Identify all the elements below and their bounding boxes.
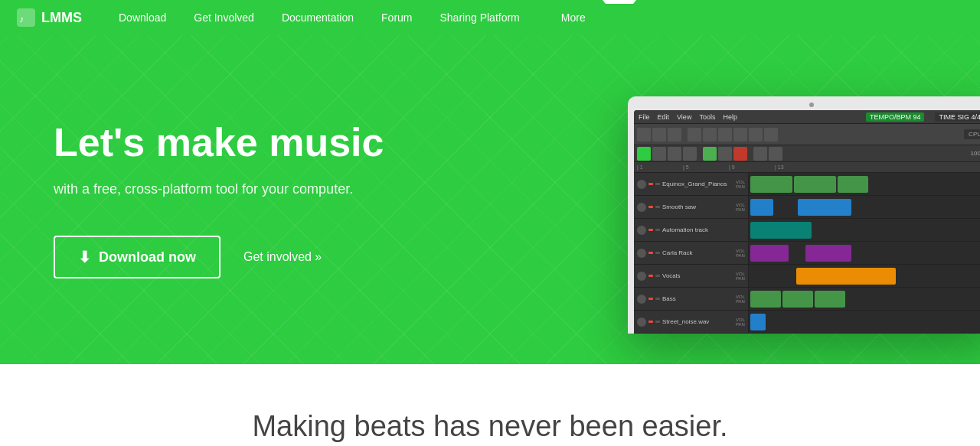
tb-undo[interactable] [718,128,732,142]
app-screenshot: File Edit View Tools Help TEMPO/BPM 94 T… [628,96,980,334]
track-block [838,176,868,193]
nav-link-download[interactable]: Download [105,0,180,35]
hero-section: Let's make music with a free, cross-plat… [0,35,980,364]
track-mute[interactable] [648,206,653,208]
nav-link-documentation[interactable]: Documentation [268,0,368,35]
nav-link-get-involved[interactable]: Get Involved [180,0,268,35]
timesig-display: TIME SIG 4/4 [935,112,980,122]
menu-tools[interactable]: Tools [699,113,715,121]
menu-edit[interactable]: Edit [658,113,670,121]
track-block [750,199,773,216]
track-row: Automation track VOLPAN [634,219,980,242]
tb-song-editor[interactable] [637,147,651,161]
track-block [750,245,789,262]
tb-open[interactable] [652,128,666,142]
cpu-display: CPU [964,129,980,139]
track-block [794,176,836,193]
track-controls-5: Vocals VOLPAN [634,265,749,287]
download-now-button[interactable]: ⬇ Download now [54,236,220,278]
track-gear-icon[interactable] [637,249,646,258]
track-block [798,199,851,216]
menu-view[interactable]: View [677,113,691,121]
track-solo[interactable] [655,275,660,277]
camera-dot [809,103,814,107]
nav-links: Download Get Involved Documentation Foru… [105,0,650,35]
tb-record[interactable] [733,147,747,161]
track-controls-2: Smooth saw VOLPAN [634,196,749,218]
track-timeline-1[interactable] [749,173,980,195]
track-mute[interactable] [648,321,653,323]
track-block [750,314,766,330]
tb-rewind[interactable] [753,147,767,161]
tb-export[interactable] [749,128,763,142]
tb-effects[interactable] [683,147,697,161]
chevron-down-icon [603,0,636,35]
track-timeline-4[interactable] [749,242,980,264]
download-arrow-icon: ⬇ [78,248,91,266]
track-gear-icon[interactable] [637,317,646,327]
track-row: Street_noise.wav VOLPAN [634,311,980,334]
hero-content: Let's make music with a free, cross-plat… [0,75,539,324]
svg-text:♪: ♪ [19,14,24,24]
nav-link-forum[interactable]: Forum [368,0,426,35]
track-row: Bass VOLPAN [634,288,980,311]
track-solo[interactable] [655,229,660,231]
hero-subtitle: with a free, cross-platform tool for you… [54,181,493,197]
track-solo[interactable] [655,183,660,185]
nav-link-more[interactable]: More [534,0,650,35]
track-block [815,291,845,308]
get-involved-link[interactable]: Get involved » [243,250,322,264]
zoom-display: 100% [971,150,980,157]
track-timeline-7[interactable] [749,311,980,333]
laptop-frame: File Edit View Tools Help TEMPO/BPM 94 T… [628,96,980,334]
track-mute[interactable] [648,275,653,277]
app-toolbar2: 100% [634,145,980,162]
track-controls-3: Automation track VOLPAN [634,219,749,241]
track-gear-icon[interactable] [637,226,646,235]
track-timeline-3[interactable] [749,219,980,241]
menu-file[interactable]: File [639,113,650,121]
logo-text: LMMS [41,10,82,26]
track-timeline-2[interactable] [749,196,980,218]
app-menubar: File Edit View Tools Help TEMPO/BPM 94 T… [634,110,980,124]
tb-beat-editor[interactable] [652,147,666,161]
tb-piano-roll[interactable] [668,147,681,161]
tb-settings[interactable] [764,128,778,142]
tb-zoom-in[interactable] [688,128,701,142]
logo[interactable]: ♪ LMMS [15,7,82,28]
tb-redo[interactable] [733,128,747,142]
track-gear-icon[interactable] [637,295,646,304]
track-mute[interactable] [648,252,653,254]
track-timeline-5[interactable] [749,265,980,287]
track-solo[interactable] [655,252,660,254]
hero-title: Let's make music [54,121,493,164]
track-gear-icon[interactable] [637,272,646,281]
tb-stop[interactable] [718,147,732,161]
track-solo[interactable] [655,206,660,208]
track-mute[interactable] [648,183,653,185]
track-mute[interactable] [648,229,653,231]
track-mute[interactable] [648,298,653,300]
track-solo[interactable] [655,321,660,323]
app-toolbar: CPU [634,124,980,145]
tb-save[interactable] [668,128,681,142]
tb-loop[interactable] [769,147,782,161]
timeline-ruler: | 1 | 5 | 9 | 13 [634,162,980,173]
tb-new[interactable] [637,128,651,142]
track-block [796,268,896,285]
app-mockup: File Edit View Tools Help TEMPO/BPM 94 T… [634,110,980,334]
track-row: Equinox_Grand_Pianos VOLPAN [634,173,980,196]
tb-zoom-out[interactable] [703,128,717,142]
track-gear-icon[interactable] [637,180,646,189]
laptop-screen: File Edit View Tools Help TEMPO/BPM 94 T… [634,110,980,334]
tb-play[interactable] [703,147,717,161]
navbar: ♪ LMMS Download Get Involved Documentati… [0,0,980,35]
track-solo[interactable] [655,298,660,300]
tempo-display: TEMPO/BPM 94 [866,112,925,122]
track-controls-6: Bass VOLPAN [634,288,749,310]
track-block [750,222,812,239]
menu-help[interactable]: Help [723,113,737,121]
track-timeline-6[interactable] [749,288,980,310]
nav-link-sharing[interactable]: Sharing Platform [426,0,534,35]
track-gear-icon[interactable] [637,203,646,212]
